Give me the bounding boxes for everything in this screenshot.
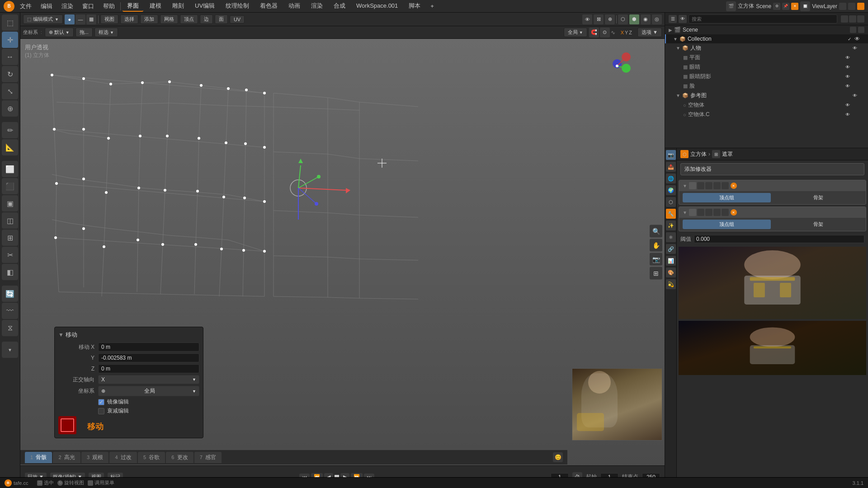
tab-1[interactable]: 1 骨骸 [25, 452, 52, 463]
outliner-search[interactable] [689, 14, 837, 23]
uv-menu[interactable]: UV [230, 15, 245, 23]
plane-eye[interactable]: 👁 [845, 55, 850, 60]
renwu-eye[interactable]: 👁 [853, 46, 857, 51]
workspace-compositing[interactable]: 合成 [329, 1, 350, 12]
scene-close[interactable]: ✕ [791, 3, 798, 10]
collection-item-main[interactable]: ▼ 📦 Collection ✓ 👁 [665, 34, 868, 43]
move-x-value[interactable]: 0 m [98, 343, 199, 352]
prop-constraints-icon[interactable]: 🔗 [666, 244, 676, 254]
prop-output-icon[interactable]: 📤 [666, 162, 676, 172]
add-workspace[interactable]: + [427, 2, 438, 10]
workspace-sculpt[interactable]: 雕刻 [168, 1, 189, 12]
workspace-workspace001[interactable]: WorkSpace.001 [352, 1, 402, 11]
tool-cursor[interactable]: ✛ [2, 32, 18, 48]
outliner-item-plane[interactable]: ▦ 平面 👁 [665, 53, 868, 62]
header-mode-select[interactable]: ⬚ 编辑模式 ▼ [23, 14, 63, 24]
mesh-menu[interactable]: 网格 [160, 14, 178, 24]
tab-5[interactable]: 5 谷歌 [138, 452, 165, 463]
sync-icon[interactable] [849, 15, 856, 23]
workspace-render[interactable]: 渲染 [307, 1, 327, 12]
tool-move[interactable]: ↔ [2, 49, 18, 65]
mod-close-2[interactable]: ✕ [731, 209, 737, 216]
outliner-item-renwu[interactable]: ▼ 📦 人物 👁 [665, 43, 868, 53]
tool-loop-cut[interactable]: ⊞ [2, 230, 18, 246]
prop-scene-icon[interactable]: 🌐 [666, 174, 676, 183]
coord-sys-select[interactable]: ⊕ 全局 ▼ [98, 386, 199, 396]
mod-header-1[interactable]: ▼ ✕ [679, 180, 866, 191]
move-z-value[interactable]: 0 m [98, 364, 199, 373]
menu-edit[interactable]: 编辑 [37, 1, 56, 11]
workspace-shader[interactable]: 着色器 [255, 1, 282, 12]
shading-wire[interactable]: ⬡ [618, 14, 628, 24]
outliner-item-eye[interactable]: ▦ 眼睛 👁 [665, 62, 868, 72]
menu-help[interactable]: 帮助 [99, 1, 118, 11]
eye-obj-eye[interactable]: 👁 [845, 65, 850, 70]
prop-render-icon[interactable]: 📷 [666, 150, 676, 160]
global-mode[interactable]: 全局 ▼ [564, 28, 587, 37]
mesh-select-mode[interactable]: ● — ▦ [65, 14, 96, 24]
vl-btn2[interactable] [848, 3, 855, 10]
empty1-eye[interactable]: 👁 [845, 103, 850, 108]
coll-eye[interactable]: 👁 [854, 36, 861, 42]
vl-close[interactable] [857, 3, 864, 10]
tool-poly-build[interactable]: ◧ [2, 264, 18, 280]
tab-4[interactable]: 4 过改 [109, 452, 137, 463]
outliner-item-face[interactable]: ▦ 脸 👁 [665, 81, 868, 91]
move-y-value[interactable]: -0.002583 m [98, 353, 199, 362]
tab-2[interactable]: 2 高光 [53, 452, 80, 463]
workspace-uv[interactable]: UV编辑 [190, 1, 219, 12]
coord-default[interactable]: ⊕ 默认 ▼ [45, 28, 74, 37]
tool-extrude[interactable]: ⬛ [2, 178, 18, 194]
axis-dir-select[interactable]: X ▼ [98, 375, 199, 384]
prop-shaderfx-icon[interactable]: 💫 [666, 279, 676, 289]
tool-transform[interactable]: ⊕ [2, 100, 18, 117]
tool-smooth[interactable]: 〰 [2, 303, 18, 319]
empty2-eye[interactable]: 👁 [845, 112, 850, 117]
grid-icon[interactable]: ⊞ [650, 267, 662, 280]
tool-inset[interactable]: ▣ [2, 195, 18, 211]
menu-file[interactable]: 文件 [16, 1, 35, 11]
outliner-item-empty1[interactable]: ○ 空物体 👁 [665, 100, 868, 110]
add-modifier-btn[interactable]: 添加修改器 [680, 163, 864, 175]
shading-rendered[interactable]: ◉ [641, 14, 651, 24]
mirror-edit-checkbox[interactable]: ✓ [98, 399, 104, 405]
workspace-animation[interactable]: 动画 [284, 1, 305, 12]
workspace-modeling[interactable]: 建模 [145, 1, 166, 12]
view-menu[interactable]: 视图 [100, 14, 118, 24]
select-menu[interactable]: 选择 [120, 14, 138, 24]
prop-material-icon[interactable]: 🎨 [666, 267, 676, 277]
scene-render-icon[interactable] [858, 27, 864, 33]
menu-window[interactable]: 窗口 [79, 1, 98, 11]
xray-icon[interactable]: ⊠ [594, 14, 604, 24]
viewport-canvas[interactable]: 用户透视 (1) 立方体 [20, 39, 665, 465]
drag-mode[interactable]: 拖... [75, 28, 93, 37]
filter-mask-btn[interactable]: ⊞ [712, 150, 720, 158]
workspace-scripting[interactable]: 脚本 [404, 1, 425, 12]
face-menu[interactable]: 面 [215, 14, 228, 24]
menu-render[interactable]: 渲染 [58, 1, 77, 11]
highlight-icon[interactable] [857, 15, 864, 23]
prop-physics-icon[interactable]: ⚛ [666, 232, 676, 242]
snap-icon[interactable]: 🧲 [589, 28, 599, 38]
decay-edit-checkbox[interactable] [98, 408, 104, 414]
vertex-group-btn-2[interactable]: 顶点组 [683, 220, 771, 229]
tool-spin[interactable]: 🔄 [2, 286, 18, 302]
bone-group-btn-1[interactable]: 骨架 [774, 193, 863, 202]
prop-world-icon[interactable]: 🌍 [666, 185, 676, 195]
tool-knife[interactable]: ✂ [2, 247, 18, 263]
tool-measure[interactable]: 📐 [2, 139, 18, 155]
blender-logo[interactable]: B [4, 1, 14, 12]
scene-pin[interactable]: 📌 [782, 3, 789, 10]
tab-7[interactable]: 7 感官 [194, 452, 222, 463]
outliner-item-empty2[interactable]: ○ 空物体.C 👁 [665, 110, 868, 119]
mod-header-2[interactable]: ▼ ✕ [679, 207, 866, 218]
mod-close-1[interactable]: ✕ [731, 183, 737, 189]
tool-scale[interactable]: ⤡ [2, 83, 18, 99]
scene-icon[interactable]: 🎬 [726, 1, 736, 11]
face-eye[interactable]: 👁 [845, 84, 850, 89]
tool-select-box[interactable]: ⬚ [2, 14, 18, 31]
add-menu[interactable]: 添加 [140, 14, 158, 24]
vl-btn1[interactable] [839, 3, 846, 10]
vertex-menu[interactable]: 顶点 [180, 14, 198, 24]
options-btn[interactable]: 选项 ▼ [637, 28, 662, 37]
